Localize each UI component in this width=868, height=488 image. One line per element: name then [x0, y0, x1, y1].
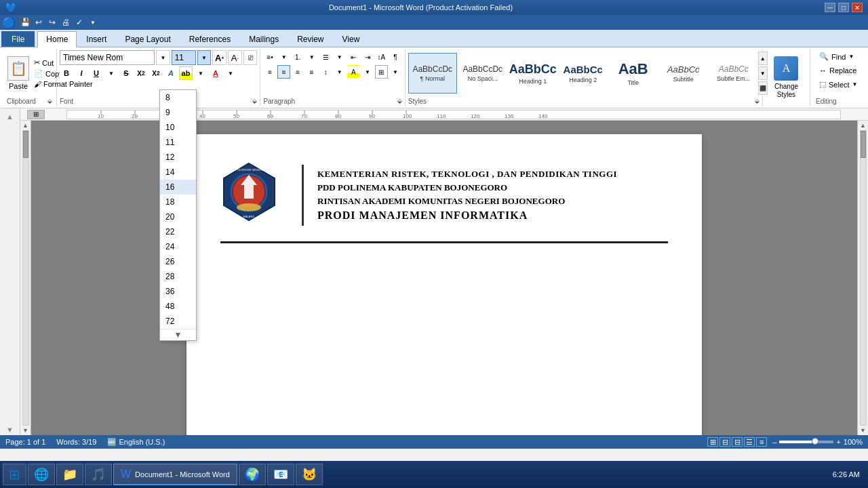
font-size-72[interactable]: 72: [160, 314, 196, 329]
font-size-10[interactable]: 10: [160, 120, 196, 135]
font-expand[interactable]: ⬙: [252, 98, 257, 104]
find-dropdown[interactable]: ▼: [848, 54, 854, 60]
web-layout-btn[interactable]: ⊟: [732, 437, 743, 447]
home-tab[interactable]: Home: [37, 31, 77, 47]
font-size-dropdown[interactable]: ▼: [197, 50, 212, 65]
ruler-toggle[interactable]: ⊞: [27, 110, 45, 119]
justify-button[interactable]: ≡: [305, 65, 319, 79]
style-subtle-em[interactable]: AaBbCc Subtle Em...: [709, 53, 758, 94]
show-formatting-button[interactable]: ¶: [389, 50, 402, 64]
font-color-button[interactable]: A: [209, 66, 222, 80]
scroll-right-down[interactable]: ▼: [860, 427, 866, 434]
multilevel-dropdown[interactable]: ▼: [333, 50, 347, 64]
font-size-14[interactable]: 14: [160, 165, 196, 180]
numbering-dropdown[interactable]: ▼: [305, 50, 319, 64]
paste-button[interactable]: 📋 Paste: [7, 53, 30, 94]
full-screen-btn[interactable]: ⊟: [719, 437, 730, 447]
scroll-left-down[interactable]: ▼: [22, 427, 28, 434]
text-effects-button[interactable]: A: [164, 66, 178, 80]
font-size-16[interactable]: 16: [160, 180, 196, 195]
style-subtitle[interactable]: AaBbCc Subtitle: [659, 53, 708, 94]
line-spacing-button[interactable]: ↕: [319, 65, 333, 79]
clipboard-expand[interactable]: ⬙: [47, 98, 52, 104]
document-scroll-area[interactable]: ▲ ▼: [20, 121, 868, 435]
media-button[interactable]: 🎵: [85, 464, 112, 485]
replace-button[interactable]: ↔ Replace: [816, 64, 860, 77]
font-size-26[interactable]: 26: [160, 254, 196, 269]
subscript-button[interactable]: X2: [134, 66, 148, 80]
style-no-spacing[interactable]: AaBbCcDc No Spaci...: [458, 53, 507, 94]
borders-button[interactable]: ⊞: [375, 65, 389, 79]
page-layout-tab[interactable]: Page Layout: [116, 31, 179, 47]
font-size-24[interactable]: 24: [160, 239, 196, 254]
office-button[interactable]: 🔵: [3, 16, 15, 28]
scroll-track-right[interactable]: [860, 130, 867, 426]
font-size-9[interactable]: 9: [160, 105, 196, 120]
font-size-36[interactable]: 36: [160, 284, 196, 299]
select-dropdown[interactable]: ▼: [852, 81, 858, 87]
undo-button[interactable]: ↩: [33, 16, 45, 28]
font-name-dropdown[interactable]: ▼: [156, 50, 170, 65]
decrease-indent-button[interactable]: ⇤: [347, 50, 361, 64]
numbering-button[interactable]: 1.: [291, 50, 304, 64]
close-button[interactable]: ✕: [852, 3, 863, 12]
font-name-input[interactable]: [60, 50, 155, 65]
style-normal[interactable]: AaBbCcDc ¶ Normal: [408, 53, 457, 94]
view-tab[interactable]: View: [334, 31, 369, 47]
font-size-18[interactable]: 18: [160, 195, 196, 209]
bullets-button[interactable]: ≡•: [263, 50, 277, 64]
print-layout-btn[interactable]: ⊞: [707, 437, 718, 447]
insert-tab[interactable]: Insert: [77, 31, 115, 47]
file-tab[interactable]: File: [1, 31, 35, 47]
borders-dropdown[interactable]: ▼: [389, 65, 402, 79]
scroll-left-up[interactable]: ▲: [22, 122, 28, 129]
outlook-button[interactable]: 📧: [267, 464, 294, 485]
font-size-22[interactable]: 22: [160, 224, 196, 239]
text-highlight-button[interactable]: ab: [179, 66, 193, 80]
nav-down-button[interactable]: ▼: [6, 426, 14, 434]
clear-format-button[interactable]: ⎚: [243, 50, 258, 65]
shading-dropdown[interactable]: ▼: [361, 65, 374, 79]
underline-dropdown[interactable]: ▼: [104, 66, 118, 80]
draft-btn[interactable]: ≡: [756, 437, 767, 447]
align-right-button[interactable]: ≡: [291, 65, 304, 79]
font-size-input[interactable]: [172, 50, 196, 65]
line-spacing-dropdown[interactable]: ▼: [333, 65, 347, 79]
style-title[interactable]: AaB Title: [609, 53, 658, 94]
save-button[interactable]: 💾: [19, 16, 31, 28]
font-color-dropdown[interactable]: ▼: [194, 66, 208, 80]
scroll-thumb-right[interactable]: [861, 131, 866, 158]
style-heading1[interactable]: AaBbCc Heading 1: [509, 53, 557, 94]
start-button[interactable]: ⊞: [3, 464, 26, 485]
font-size-48[interactable]: 48: [160, 299, 196, 314]
scroll-right-up[interactable]: ▲: [860, 122, 866, 129]
zoom-out-btn[interactable]: –: [772, 438, 776, 446]
word-taskbar-item[interactable]: W Document1 - Microsoft Word: [113, 464, 237, 485]
multilevel-button[interactable]: ☰: [319, 50, 333, 64]
maximize-button[interactable]: □: [838, 3, 849, 12]
italic-button[interactable]: I: [75, 66, 88, 80]
font-size-8[interactable]: 8: [160, 90, 196, 105]
explorer-button[interactable]: 📁: [56, 464, 83, 485]
superscript-button[interactable]: X2: [149, 66, 163, 80]
strikethrough-button[interactable]: S: [119, 66, 133, 80]
bold-button[interactable]: B: [60, 66, 73, 80]
font-size-28[interactable]: 28: [160, 269, 196, 284]
nav-up-button[interactable]: ▲: [6, 113, 14, 121]
change-styles-button[interactable]: A ChangeStyles: [774, 56, 798, 99]
shading-button[interactable]: A: [347, 65, 361, 79]
mailings-tab[interactable]: Mailings: [240, 31, 288, 47]
references-tab[interactable]: References: [180, 31, 239, 47]
find-button[interactable]: 🔍 Find ▼: [816, 50, 860, 63]
outline-btn[interactable]: ☰: [744, 437, 755, 447]
zoom-handle[interactable]: [812, 438, 818, 445]
align-left-button[interactable]: ≡: [263, 65, 277, 79]
ie-button[interactable]: 🌐: [28, 464, 55, 485]
scroll-track-left[interactable]: [22, 130, 29, 426]
review-tab[interactable]: Review: [288, 31, 332, 47]
font-color-btn-dropdown[interactable]: ▼: [224, 66, 237, 80]
dropdown-scroll-down[interactable]: ▼: [160, 329, 196, 340]
underline-button[interactable]: U: [90, 66, 103, 80]
select-button[interactable]: ⬚ Select ▼: [816, 78, 860, 91]
check-button[interactable]: ✓: [73, 16, 85, 28]
